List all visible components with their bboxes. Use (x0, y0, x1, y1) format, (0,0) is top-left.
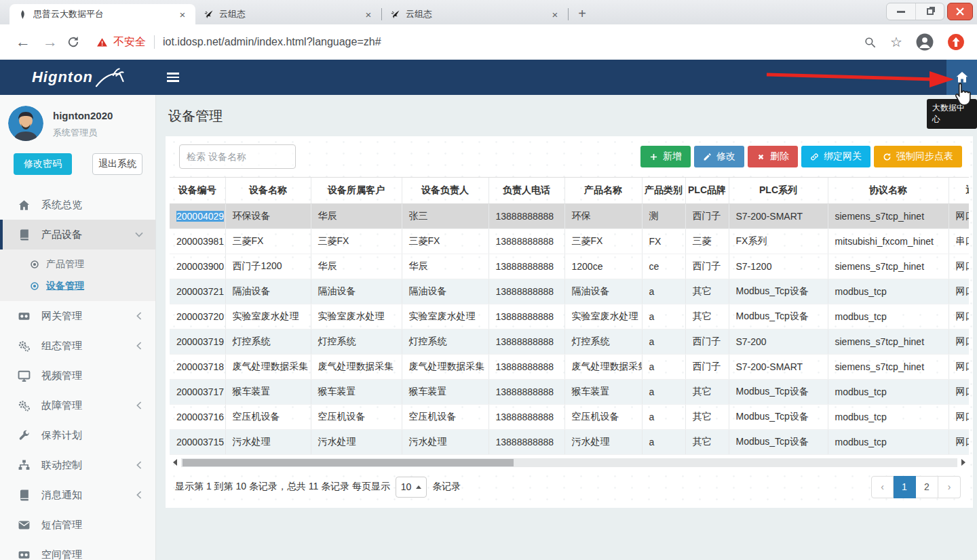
chevron-left-icon (136, 489, 142, 501)
table-cell: 空压机设备 (311, 404, 402, 429)
url-text[interactable]: iot.idosp.net/admin/index.html?language=… (163, 36, 381, 48)
column-header-产品名称[interactable]: 产品名称 (564, 178, 642, 203)
tab-separator (568, 8, 569, 20)
sidebar-item-空间管理[interactable]: 空间管理 (0, 540, 155, 560)
scroll-right-icon[interactable] (959, 458, 968, 467)
change-password-button[interactable]: 修改密码 (14, 153, 72, 175)
extension-badge-icon[interactable] (947, 33, 965, 51)
page-button-1[interactable]: 1 (894, 476, 916, 498)
sidebar-item-消息通知[interactable]: 消息通知 (0, 480, 155, 510)
address-bar[interactable]: 不安全 iot.idosp.net/admin/index.html?langu… (96, 35, 858, 49)
tab-close-icon[interactable]: × (362, 9, 375, 20)
sidebar-item-label: 系统总览 (41, 199, 82, 212)
table-cell: 网口 (949, 254, 969, 279)
sidebar-subitem-设备管理[interactable]: 设备管理 (0, 275, 155, 297)
bookmark-star-icon[interactable]: ☆ (890, 34, 902, 50)
sidebar-item-系统总览[interactable]: 系统总览 (0, 190, 155, 220)
table-cell: 串口 (949, 228, 969, 254)
column-header-设备负责人[interactable]: 设备负责人 (402, 178, 488, 203)
profile-avatar-icon[interactable] (916, 33, 934, 51)
sidebar-item-视频管理[interactable]: 视频管理 (0, 361, 155, 391)
action-button-修改[interactable]: 修改 (694, 146, 744, 167)
back-icon[interactable]: ← (12, 33, 34, 51)
action-button-强制同步点表[interactable]: 强制同步点表 (874, 146, 962, 167)
tab-close-icon[interactable]: × (176, 9, 189, 20)
column-header-设备编号[interactable]: 设备编号 (170, 178, 225, 203)
page-size-select[interactable]: 10 (396, 477, 427, 498)
browser-tab[interactable]: 云组态× (195, 4, 381, 24)
tab-close-icon[interactable]: × (549, 9, 561, 20)
scrollbar-thumb[interactable] (183, 459, 514, 466)
table-body: 200004029环保设备华辰张三13888888888环保测西门子S7-200… (170, 203, 969, 454)
new-tab-button[interactable]: + (573, 4, 592, 23)
table-cell: 灯控系统 (402, 329, 488, 354)
sidebar-item-故障管理[interactable]: 故障管理 (0, 391, 155, 420)
table-row[interactable]: 200003718废气处理数据采集废气处理数据采集废气处理数据采集1388888… (170, 354, 969, 379)
scrollbar-track[interactable] (181, 458, 957, 467)
table-row[interactable]: 200003717猴车装置猴车装置猴车装置13888888888猴车装置a其它M… (170, 379, 969, 404)
sidebar-item-组态管理[interactable]: 组态管理 (0, 331, 155, 361)
table-cell: 华辰 (311, 203, 402, 228)
scroll-left-icon[interactable] (171, 458, 179, 467)
restore-button[interactable] (915, 3, 944, 20)
table-cell: 环保设备 (225, 203, 311, 228)
sidebar-item-保养计划[interactable]: 保养计划 (0, 420, 155, 450)
forward-icon[interactable]: → (39, 33, 61, 51)
column-header-设备所属客户[interactable]: 设备所属客户 (311, 178, 402, 203)
table-cell: a (642, 279, 685, 304)
browser-tab[interactable]: 思普云大数据平台× (9, 4, 195, 24)
column-header-PLC系列[interactable]: PLC系列 (729, 178, 828, 203)
page-button-2[interactable]: 2 (916, 476, 938, 498)
sidebar-item-label: 视频管理 (41, 369, 82, 382)
table-row[interactable]: 200003981三菱FX三菱FX三菱FX13888888888三菱FXFX三菱… (170, 228, 969, 254)
action-button-绑定网关[interactable]: 绑定网关 (801, 146, 870, 167)
sidebar-item-联动控制[interactable]: 联动控制 (0, 450, 155, 480)
sidebar-item-网关管理[interactable]: 网关管理 (0, 301, 155, 331)
table-cell: 网口 (949, 279, 969, 304)
antelope-logo-icon (94, 66, 124, 89)
horizontal-scrollbar[interactable] (171, 458, 968, 468)
window-controls-group (886, 3, 944, 20)
minimize-button[interactable] (887, 3, 915, 20)
annotation-red-arrow (765, 69, 958, 92)
table-row[interactable]: 200003719灯控系统灯控系统灯控系统13888888888灯控系统a西门子… (170, 329, 969, 354)
table-row[interactable]: 200004029环保设备华辰张三13888888888环保测西门子S7-200… (170, 203, 969, 228)
table-cell: Modbus_Tcp设备 (729, 429, 828, 454)
logout-button[interactable]: 退出系统 (92, 153, 142, 175)
column-header-负责人电话[interactable]: 负责人电话 (488, 178, 564, 203)
pagination-row: 显示第 1 到第 10 条记录，总共 11 条记录 每页显示 10 条记录 ‹1… (170, 476, 969, 498)
table-cell: 废气处理数据采集 (564, 354, 642, 379)
column-header-通讯[interactable]: 通讯 (949, 178, 969, 203)
prev-page-button[interactable]: ‹ (871, 476, 894, 498)
close-button[interactable] (947, 3, 973, 20)
sidebar-item-短信管理[interactable]: 短信管理 (0, 510, 155, 540)
column-header-设备名称[interactable]: 设备名称 (225, 178, 311, 203)
action-button-新增[interactable]: 新增 (640, 146, 691, 167)
column-header-协议名称[interactable]: 协议名称 (828, 178, 949, 203)
table-cell: 网口 (949, 404, 969, 429)
security-warning-text[interactable]: 不安全 (113, 35, 146, 49)
sidebar-item-产品设备[interactable]: 产品设备 (0, 220, 155, 249)
browser-tab[interactable]: 云组态× (382, 4, 568, 24)
link-icon (810, 153, 819, 161)
table-row[interactable]: 200003720实验室废水处理实验室废水处理实验室废水处理1388888888… (170, 304, 969, 329)
action-button-删除[interactable]: 删除 (748, 146, 798, 167)
zoom-search-icon[interactable] (864, 36, 877, 49)
column-header-PLC品牌[interactable]: PLC品牌 (685, 178, 729, 203)
table-row[interactable]: 200003900西门子1200华辰华辰138888888881200cece西… (170, 254, 969, 279)
table-row[interactable]: 200003716空压机设备空压机设备空压机设备13888888888空压机设备… (170, 404, 969, 429)
next-page-button[interactable]: › (938, 476, 961, 498)
table-row[interactable]: 200003715污水处理污水处理污水处理13888888888污水处理a其它M… (170, 429, 969, 454)
sidebar-item-label: 联动控制 (41, 459, 82, 472)
reload-icon[interactable] (66, 35, 80, 49)
menu-toggle-button[interactable] (156, 60, 179, 95)
table-cell: 13888888888 (488, 329, 564, 354)
table-cell: 灯控系统 (311, 329, 402, 354)
sidebar-subitem-产品管理[interactable]: 产品管理 (0, 254, 155, 275)
table-cell: siemens_s7tcp_hinet (828, 354, 949, 379)
table-cell: 网口 (949, 354, 969, 379)
table-cell: modbus_tcp (828, 429, 949, 454)
device-search-input[interactable] (179, 144, 296, 169)
table-row[interactable]: 200003721隔油设备隔油设备隔油设备13888888888隔油设备a其它M… (170, 279, 969, 304)
column-header-产品类别[interactable]: 产品类别 (642, 178, 685, 203)
